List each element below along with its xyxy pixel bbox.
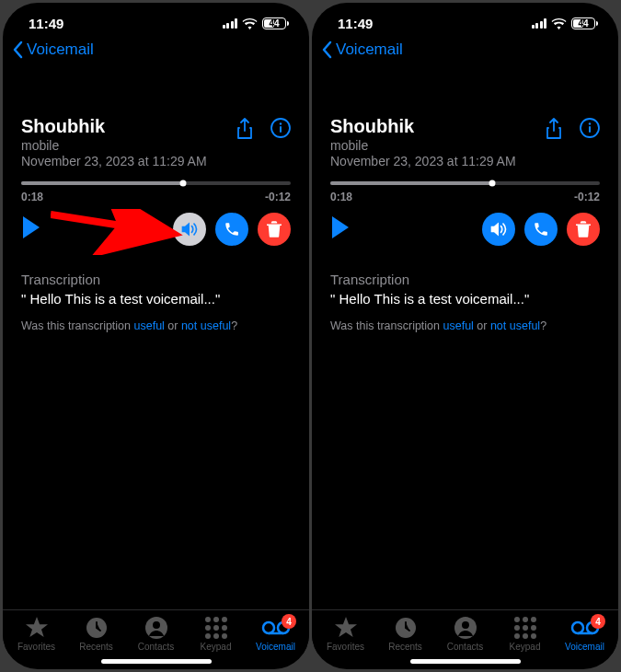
battery-icon: 44: [262, 17, 289, 29]
tab-bar: Favorites Recents Contacts Keypad 4 Voic…: [3, 609, 309, 654]
keypad-icon: [514, 616, 536, 640]
transcription-label: Transcription: [21, 272, 291, 287]
caller-type: mobile: [330, 138, 516, 153]
back-button[interactable]: Voicemail: [3, 37, 309, 66]
time-remaining: -0:12: [265, 191, 291, 203]
battery-icon: 44: [571, 17, 598, 29]
share-icon: [545, 118, 563, 140]
tab-voicemail[interactable]: 4 Voicemail: [555, 616, 615, 652]
svg-point-15: [462, 621, 469, 629]
call-button[interactable]: [524, 213, 558, 246]
time-elapsed: 0:18: [21, 191, 43, 203]
screen-left: 11:49 44 Voicemail Shoubhik mobile Novem…: [3, 3, 309, 669]
call-button[interactable]: [215, 213, 248, 246]
share-icon: [236, 118, 254, 140]
phone-icon: [224, 221, 240, 238]
play-button[interactable]: [330, 215, 351, 243]
status-time: 11:49: [338, 16, 373, 31]
speaker-icon: [180, 221, 199, 238]
info-icon: [580, 118, 600, 138]
svg-point-16: [572, 622, 583, 633]
voicemail-badge: 4: [282, 614, 296, 629]
time-elapsed: 0:18: [330, 191, 352, 203]
delete-button[interactable]: [567, 213, 600, 246]
tab-contacts[interactable]: Contacts: [126, 616, 186, 652]
caller-name: Shoubhik: [21, 116, 207, 137]
home-indicator[interactable]: [101, 659, 212, 664]
play-icon: [330, 215, 351, 239]
speaker-button[interactable]: [173, 213, 206, 246]
back-button[interactable]: Voicemail: [312, 37, 618, 66]
play-button[interactable]: [21, 215, 41, 243]
svg-point-6: [263, 622, 274, 633]
trash-icon: [267, 221, 282, 238]
voicemail-date: November 23, 2023 at 11:29 AM: [21, 154, 207, 168]
share-button[interactable]: [236, 118, 254, 144]
cellular-icon: [223, 18, 238, 29]
transcription-feedback: Was this transcription useful or not use…: [330, 319, 600, 332]
chevron-left-icon: [321, 41, 332, 59]
feedback-useful-link[interactable]: useful: [134, 319, 165, 332]
tab-contacts[interactable]: Contacts: [435, 616, 495, 652]
transcription-text: " Hello This is a test voicemail...": [21, 291, 291, 307]
back-label: Voicemail: [336, 41, 403, 59]
voicemail-badge: 4: [591, 614, 605, 629]
home-indicator[interactable]: [410, 659, 521, 664]
content: Shoubhik mobile November 23, 2023 at 11:…: [3, 66, 309, 609]
tab-favorites[interactable]: Favorites: [6, 616, 66, 652]
transcription-label: Transcription: [330, 272, 600, 287]
status-bar: 11:49 44: [3, 3, 309, 37]
chevron-left-icon: [12, 41, 23, 59]
share-button[interactable]: [545, 118, 563, 144]
transcription-feedback: Was this transcription useful or not use…: [21, 319, 291, 332]
cellular-icon: [532, 18, 547, 29]
scrubber-knob[interactable]: [489, 180, 495, 187]
play-icon: [21, 215, 41, 239]
status-bar: 11:49 44: [312, 3, 618, 37]
svg-point-5: [153, 621, 160, 629]
tab-voicemail[interactable]: 4 Voicemail: [246, 616, 305, 652]
caller-type: mobile: [21, 138, 207, 153]
playback-scrubber[interactable]: [21, 181, 291, 185]
scrubber-knob[interactable]: [179, 180, 186, 187]
screen-right: 11:49 44 Voicemail Shoubhik mobile Novem…: [312, 3, 618, 669]
star-icon: [334, 616, 358, 640]
voicemail-date: November 23, 2023 at 11:29 AM: [330, 154, 516, 168]
tab-bar: Favorites Recents Contacts Keypad 4 Voic…: [312, 609, 618, 654]
tab-keypad[interactable]: Keypad: [495, 616, 555, 652]
info-icon: [270, 118, 291, 138]
svg-rect-2: [280, 126, 282, 133]
delete-button[interactable]: [258, 213, 291, 246]
caller-name: Shoubhik: [330, 116, 516, 137]
svg-point-1: [280, 122, 282, 124]
tab-recents[interactable]: Recents: [66, 616, 126, 652]
back-label: Voicemail: [27, 41, 94, 59]
tab-keypad[interactable]: Keypad: [186, 616, 246, 652]
speaker-button[interactable]: [482, 213, 515, 246]
content: Shoubhik mobile November 23, 2023 at 11:…: [312, 66, 618, 609]
star-icon: [25, 616, 49, 640]
transcription-text: " Hello This is a test voicemail...": [330, 291, 600, 307]
info-button[interactable]: [270, 118, 291, 144]
keypad-icon: [205, 616, 227, 640]
person-icon: [145, 616, 167, 640]
svg-rect-12: [589, 126, 591, 133]
time-remaining: -0:12: [574, 191, 600, 203]
phone-icon: [533, 221, 549, 238]
person-icon: [454, 616, 477, 640]
info-button[interactable]: [580, 118, 600, 144]
tab-recents[interactable]: Recents: [375, 616, 435, 652]
clock-icon: [86, 616, 108, 640]
speaker-icon: [489, 221, 508, 238]
wifi-icon: [551, 18, 567, 29]
wifi-icon: [242, 18, 258, 29]
tab-favorites[interactable]: Favorites: [316, 616, 375, 652]
status-time: 11:49: [29, 16, 63, 31]
feedback-not-useful-link[interactable]: not useful: [490, 319, 540, 332]
playback-scrubber[interactable]: [330, 181, 600, 185]
status-right: 44: [223, 17, 290, 29]
trash-icon: [576, 221, 591, 238]
status-right: 44: [532, 17, 599, 29]
feedback-not-useful-link[interactable]: not useful: [181, 319, 231, 332]
feedback-useful-link[interactable]: useful: [443, 319, 474, 332]
